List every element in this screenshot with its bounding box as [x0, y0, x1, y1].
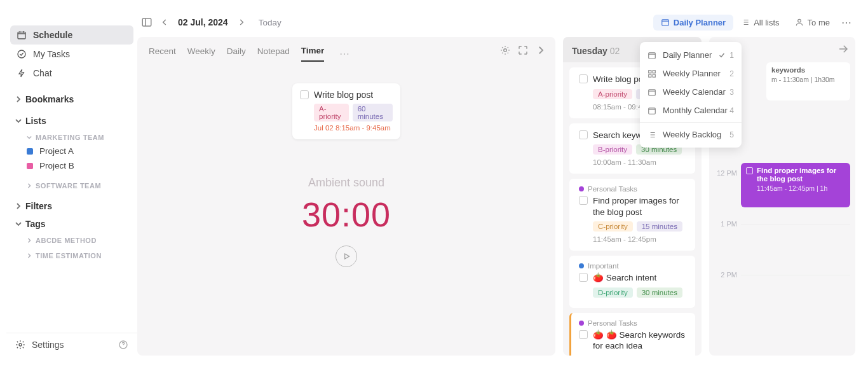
svg-point-2	[19, 343, 22, 346]
planner-dropdown: Daily Planner 1 Weekly Planner 2 Weekly …	[640, 42, 742, 148]
date-label[interactable]: 02 Jul, 2024	[178, 17, 228, 27]
task-checkbox[interactable]	[579, 130, 588, 139]
priority-pill[interactable]: D-priority	[593, 287, 633, 298]
dropdown-item-monthly-calendar[interactable]: Monthly Calendar 4	[640, 101, 742, 120]
prev-day-button[interactable]	[158, 15, 172, 29]
task-card[interactable]: Personal Tasks Find proper images for th…	[569, 179, 695, 251]
svg-point-7	[504, 49, 507, 52]
svg-rect-10	[653, 70, 655, 73]
svg-point-1	[18, 50, 25, 58]
sidebar-tag-abcde[interactable]: ABCDE METHOD	[6, 232, 137, 247]
sidebar-label: My Tasks	[33, 49, 70, 59]
svg-rect-9	[649, 70, 651, 73]
user-icon	[795, 18, 804, 27]
task-checkbox[interactable]	[579, 330, 588, 339]
check-circle-icon	[17, 49, 27, 59]
sidebar-item-mytasks[interactable]: My Tasks	[10, 45, 133, 64]
hour-label: 2 PM	[714, 271, 737, 279]
sidebar-item-chat[interactable]: Chat	[10, 64, 133, 83]
tabs-more-button[interactable]: ⋯	[336, 48, 353, 60]
sidebar-label: Schedule	[33, 30, 72, 40]
priority-pill[interactable]: A-priority	[314, 104, 349, 121]
more-menu-button[interactable]: ⋯	[837, 17, 855, 29]
svg-point-6	[797, 19, 801, 22]
tab-timer[interactable]: Timer	[301, 46, 325, 62]
chevron-down-icon	[15, 221, 22, 227]
list-icon	[648, 130, 656, 139]
svg-rect-5	[662, 20, 669, 25]
sidebar-toggle-icon[interactable]	[140, 15, 154, 29]
task-card[interactable]: Important 🍅 Search intent D-priority 30 …	[569, 256, 695, 308]
gear-icon[interactable]	[499, 45, 511, 56]
list-color-dot	[579, 186, 584, 191]
list-icon	[741, 18, 750, 27]
dropdown-item-weekly-calendar[interactable]: Weekly Calendar 3	[640, 83, 742, 101]
dropdown-item-daily-planner[interactable]: Daily Planner 1	[640, 46, 742, 64]
sidebar-section-lists[interactable]: Lists	[6, 111, 137, 128]
tab-notepad[interactable]: Notepad	[257, 46, 290, 61]
task-checkbox[interactable]	[579, 196, 588, 205]
sidebar-group-marketing[interactable]: MARKETING TEAM	[6, 128, 137, 144]
priority-pill[interactable]: B-priority	[593, 144, 632, 155]
timeline-event[interactable]: Find proper images for the blog post 11:…	[741, 163, 850, 207]
collapse-icon[interactable]	[837, 43, 849, 55]
sidebar-project-a[interactable]: Project A	[6, 144, 137, 158]
sidebar-section-tags[interactable]: Tags	[6, 214, 137, 232]
calendar-icon	[17, 30, 27, 40]
tab-daily[interactable]: Daily	[227, 46, 246, 61]
chevron-right-icon	[27, 253, 32, 258]
tab-weekly[interactable]: Weekly	[187, 46, 215, 61]
svg-rect-14	[649, 107, 656, 113]
svg-rect-4	[142, 18, 151, 26]
svg-rect-13	[649, 89, 656, 95]
chevron-right-icon	[27, 183, 32, 188]
gear-icon	[15, 340, 25, 350]
svg-rect-11	[649, 74, 651, 77]
ambient-sound-label[interactable]: Ambient sound	[137, 176, 555, 190]
list-color-dot	[579, 263, 584, 268]
project-color-swatch	[27, 163, 33, 169]
dropdown-item-weekly-backlog[interactable]: Weekly Backlog 5	[640, 125, 742, 144]
calendar-icon	[648, 88, 656, 97]
help-icon[interactable]	[118, 340, 128, 350]
to-me-button[interactable]: To me	[787, 15, 837, 31]
play-button[interactable]	[336, 246, 357, 267]
priority-pill[interactable]: A-priority	[593, 89, 632, 99]
sidebar-section-filters[interactable]: Filters	[6, 196, 137, 214]
calendar-icon	[648, 51, 656, 60]
task-card[interactable]: Personal Tasks 🍅 🍅 Search keywords for e…	[569, 313, 695, 356]
chevron-right-icon	[27, 238, 32, 243]
event-checkbox[interactable]	[746, 167, 753, 174]
duration-pill[interactable]: 30 minutes	[637, 287, 682, 298]
timeline-event[interactable]: keywords m - 11:30am | 1h30m	[766, 62, 850, 100]
task-checkbox[interactable]	[300, 90, 309, 99]
today-button[interactable]: Today	[259, 18, 281, 27]
svg-rect-0	[18, 32, 25, 39]
sidebar: Schedule My Tasks Chat Bookmarks Lists M…	[6, 11, 137, 356]
dropdown-item-weekly-planner[interactable]: Weekly Planner 2	[640, 64, 742, 83]
expand-icon[interactable]	[517, 45, 529, 56]
tab-recent[interactable]: Recent	[149, 46, 176, 61]
focus-task-title: Write blog post	[314, 90, 373, 100]
svg-rect-12	[653, 74, 655, 77]
sidebar-group-software[interactable]: SOFTWARE TEAM	[6, 177, 137, 192]
duration-pill[interactable]: 15 minutes	[637, 221, 682, 232]
topbar: 02 Jul, 2024 Today Daily Planner All lis…	[137, 11, 855, 33]
focus-task-card[interactable]: Write blog post A-priority 60 minutes Ju…	[292, 83, 400, 139]
chevron-right-icon[interactable]	[535, 45, 546, 56]
task-checkbox[interactable]	[579, 273, 588, 282]
sidebar-project-b[interactable]: Project B	[6, 158, 137, 173]
daily-planner-button[interactable]: Daily Planner	[653, 15, 733, 31]
project-color-swatch	[27, 148, 33, 155]
sidebar-section-bookmarks[interactable]: Bookmarks	[6, 89, 137, 107]
priority-pill[interactable]: C-priority	[593, 221, 633, 232]
duration-pill[interactable]: 60 minutes	[353, 104, 393, 121]
sidebar-item-schedule[interactable]: Schedule	[10, 25, 133, 45]
sidebar-tag-time[interactable]: TIME ESTIMATION	[6, 247, 137, 262]
sidebar-settings[interactable]: Settings	[6, 333, 137, 356]
hour-label: 1 PM	[714, 220, 737, 228]
task-checkbox[interactable]	[579, 74, 588, 83]
all-lists-button[interactable]: All lists	[733, 15, 787, 31]
focus-task-schedule: Jul 02 8:15am - 9:45am	[314, 124, 393, 132]
next-day-button[interactable]	[234, 15, 248, 29]
